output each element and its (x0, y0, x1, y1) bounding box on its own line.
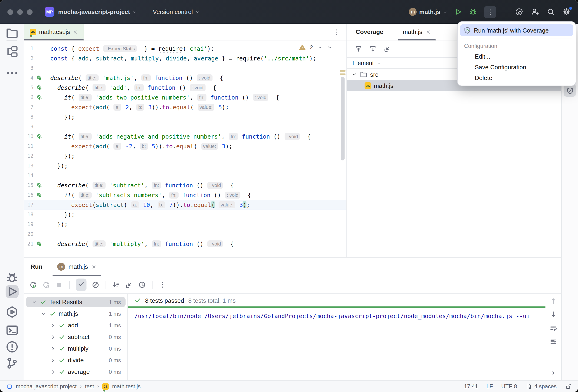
show-passed-toggle[interactable] (76, 279, 87, 291)
tool-bug-icon[interactable] (5, 271, 18, 284)
code-text[interactable]: describe( title: 'add', fn: function () … (50, 84, 346, 91)
menu-item-delete[interactable]: Delete (460, 73, 573, 83)
code-text[interactable]: expect(add( a: -2, b: 5)).to.equal( valu… (50, 143, 346, 150)
close-run-tab-icon[interactable] (91, 264, 97, 269)
chevron-down-icon[interactable] (351, 72, 357, 77)
file-encoding[interactable]: UTF-8 (501, 383, 517, 390)
code-line-7[interactable]: 7 expect(add( a: 2, b: 3)).to.equal( val… (24, 102, 346, 112)
next-problem-icon[interactable] (327, 45, 333, 50)
test-tree-row-divide[interactable]: divide0 ms (24, 354, 127, 366)
lock-open-icon[interactable] (565, 383, 572, 390)
code-editor[interactable]: 1const { expect : ExpectStatic } = requi… (24, 41, 346, 257)
code-text[interactable]: expect(add( a: 2, b: 3)).to.equal( value… (50, 103, 346, 111)
chevron-down-icon[interactable] (32, 299, 37, 305)
test-passed-run-icon[interactable] (36, 95, 42, 100)
run-toolbar-rerun-failed-button[interactable] (42, 281, 50, 289)
code-line-16[interactable]: 16 it( title: 'subtracts numbers', fn: f… (24, 190, 346, 200)
test-passed-run-icon[interactable] (36, 241, 42, 247)
search-icon[interactable] (547, 8, 555, 16)
tool-services-icon[interactable] (5, 305, 18, 319)
code-line-4[interactable]: 4describe( title: 'math.js', fn: functio… (24, 73, 346, 83)
test-tree-row-average[interactable]: average0 ms (24, 366, 127, 378)
code-text[interactable]: describe( title: 'subtract', fn: functio… (50, 182, 346, 189)
console-soft-wrap-button[interactable] (550, 324, 557, 332)
code-text[interactable]: }); (50, 152, 346, 159)
code-text[interactable]: }); (50, 221, 346, 228)
code-line-17[interactable]: 17 expect(subtract( a: 10, b: 7)).to.equ… (24, 200, 346, 210)
indent-setting[interactable]: 4 spaces (526, 383, 557, 390)
code-text[interactable]: }); (50, 162, 346, 169)
run-toolbar-kebab-button[interactable] (159, 281, 166, 289)
tab-math-test-js[interactable]: JS math.test.js (24, 23, 84, 40)
breadcrumb-item[interactable]: math.test.js (112, 383, 141, 390)
tool-more-icon[interactable] (5, 66, 18, 80)
run-toolbar-ban-button[interactable] (92, 281, 99, 289)
console-arrow-down-button[interactable] (550, 311, 557, 318)
code-line-9[interactable]: 9 (24, 122, 346, 132)
test-passed-run-icon[interactable] (36, 85, 42, 91)
test-tree-row-math.js[interactable]: math.js1 ms (24, 308, 127, 319)
gear-icon[interactable] (563, 8, 571, 16)
code-line-3[interactable]: 3 (24, 63, 346, 73)
code-text[interactable]: describe( title: 'multiply', fn: functio… (50, 240, 346, 248)
add-user-icon[interactable] (531, 8, 539, 16)
editor-scrollbar[interactable] (341, 77, 344, 160)
code-line-18[interactable]: 18 }); (24, 210, 346, 219)
chevron-down-icon[interactable] (41, 311, 47, 316)
code-line-11[interactable]: 11 expect(add( a: -2, b: 5)).to.equal( v… (24, 141, 346, 151)
run-toolbar-import-corner-button[interactable] (125, 281, 133, 289)
console-arrow-up-button[interactable] (550, 297, 557, 305)
chevron-right-icon[interactable] (50, 323, 56, 328)
more-run-actions-button[interactable] (484, 6, 496, 18)
close-coverage-tab-icon[interactable] (426, 29, 431, 35)
project-menu[interactable]: mocha-javascript-project (58, 8, 137, 15)
maximize-window-button[interactable] (27, 9, 33, 15)
window-controls[interactable] (7, 9, 33, 15)
test-passed-run-icon[interactable] (36, 134, 42, 140)
run-toolbar-clock-button[interactable] (138, 281, 146, 289)
tool-terminal-icon[interactable] (5, 324, 18, 337)
test-tree-row-add[interactable]: add1 ms (24, 319, 127, 331)
tool-folder-icon[interactable] (5, 27, 18, 40)
coverage-tab-mathjs[interactable]: math.js (401, 23, 433, 40)
run-toolbar-stop-button[interactable] (55, 281, 63, 289)
inspections-widget[interactable]: 2 (299, 44, 333, 51)
code-text[interactable]: const { add, subtract, multiply, divide,… (50, 55, 346, 62)
test-tree-row-multiply[interactable]: multiply0 ms (24, 343, 127, 354)
code-text[interactable]: it( title: 'subtracts numbers', fn: func… (50, 191, 346, 199)
test-tree-row-test-results[interactable]: Test Results1 ms (24, 296, 127, 308)
chevron-right-icon[interactable] (50, 334, 56, 340)
run-button[interactable] (454, 8, 462, 16)
code-text[interactable]: }); (50, 211, 346, 218)
chevron-right-icon[interactable] (50, 369, 56, 375)
console-expand-icon[interactable] (551, 370, 556, 376)
code-text[interactable]: it( title: 'adds negative and positive n… (50, 133, 346, 140)
code-text[interactable]: describe( title: 'math.js', fn: function… (50, 74, 346, 82)
console-scroll-end-button[interactable] (550, 338, 557, 345)
tool-structure-icon[interactable] (5, 45, 18, 58)
coverage-export-up-button[interactable] (355, 45, 362, 52)
code-line-10[interactable]: 10 it( title: 'adds negative and positiv… (24, 132, 346, 141)
code-line-15[interactable]: 15 describe( title: 'subtract', fn: func… (24, 180, 346, 190)
version-control-menu[interactable]: Version control (153, 8, 200, 15)
code-text[interactable]: }); (50, 113, 346, 120)
test-passed-run-icon[interactable] (36, 75, 42, 81)
run-toolbar-sort-down-button[interactable] (112, 281, 120, 289)
coverage-tool-button[interactable] (564, 84, 576, 97)
close-window-button[interactable] (7, 9, 13, 15)
chevron-right-icon[interactable] (50, 357, 56, 363)
caret-position[interactable]: 17:41 (464, 383, 478, 390)
code-line-8[interactable]: 8 }); (24, 112, 346, 122)
code-line-12[interactable]: 12 }); (24, 151, 346, 161)
tool-run-play-icon[interactable] (5, 285, 18, 298)
menu-item-run-with-coverage[interactable]: Run 'math.js' with Coverage (460, 24, 573, 36)
prev-problem-icon[interactable] (317, 45, 323, 50)
code-line-14[interactable]: 14 (24, 171, 346, 180)
test-passed-run-icon[interactable] (36, 182, 42, 188)
breadcrumb-item[interactable]: mocha-javascript-project (16, 383, 77, 390)
ai-icon[interactable] (515, 8, 523, 16)
close-tab-icon[interactable] (73, 29, 78, 35)
debug-button[interactable] (469, 8, 477, 16)
code-text[interactable]: expect(subtract( a: 10, b: 7)).to.equal(… (50, 201, 346, 208)
chevron-right-icon[interactable] (50, 346, 56, 351)
